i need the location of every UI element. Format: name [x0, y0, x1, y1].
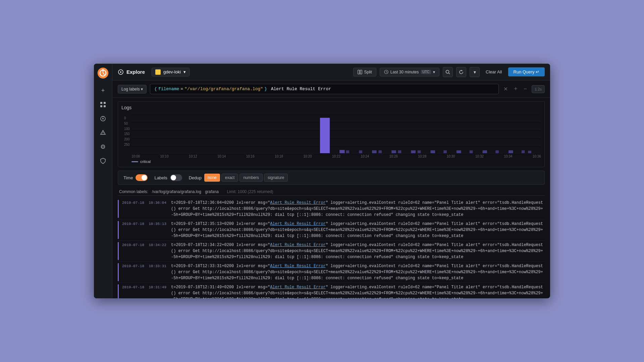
- sidebar: + ⚙: [94, 64, 112, 298]
- time-range-picker[interactable]: Last 30 minutes UTC ▾: [380, 68, 439, 76]
- log-row: 2019-07-18 10:35:13 t=2019-07-18T12:35:1…: [118, 220, 545, 241]
- settings-icon[interactable]: ⚙: [97, 141, 109, 153]
- svg-rect-8: [104, 105, 106, 107]
- svg-rect-41: [443, 150, 447, 153]
- dedup-control-group: Dedup none exact numbers signature: [189, 174, 288, 182]
- log-timestamp: 2019-07-18 10:31:49: [122, 284, 166, 298]
- log-row: 2019-07-18 10:31:49 t=2019-07-18T12:31:4…: [118, 283, 545, 298]
- svg-rect-32: [346, 150, 350, 153]
- more-button[interactable]: ▾: [470, 67, 480, 77]
- panel-content[interactable]: Logs 250 200 150 100 50 0: [112, 98, 550, 298]
- time-toggle-knob: [142, 175, 147, 180]
- time-control-group: Time: [123, 174, 148, 181]
- svg-rect-44: [483, 150, 487, 153]
- loki-icon: [155, 69, 161, 75]
- log-link[interactable]: Alert Rule Result Error: [270, 285, 326, 290]
- refresh-button[interactable]: [456, 67, 466, 77]
- log-link[interactable]: Alert Rule Result Error: [270, 243, 326, 247]
- grafana-logo[interactable]: [97, 67, 109, 79]
- chart-area: Logs 250 200 150 100 50 0: [118, 101, 545, 167]
- log-message: t=2019-07-18T12:36:04+0200 lvl=eror msg=…: [171, 200, 545, 218]
- clear-all-button[interactable]: Clear All: [483, 68, 504, 76]
- time-chevron: ▾: [433, 70, 435, 74]
- svg-rect-38: [411, 150, 416, 153]
- explore-icon[interactable]: [97, 113, 109, 125]
- svg-rect-30: [320, 118, 330, 153]
- common-labels-app: grafana: [205, 189, 219, 194]
- shield-icon[interactable]: [97, 155, 109, 167]
- labels-toggle-knob: [171, 175, 176, 180]
- svg-rect-39: [418, 150, 421, 153]
- dedup-label: Dedup: [189, 175, 202, 180]
- query-braces-close: }: [264, 86, 267, 92]
- log-row: 2019-07-18 10:36:04 t=2019-07-18T12:36:0…: [118, 198, 545, 220]
- query-add-button[interactable]: +: [513, 85, 519, 93]
- log-link[interactable]: Alert Rule Result Error: [270, 264, 326, 268]
- split-icon: [358, 70, 362, 74]
- log-message: t=2019-07-18T12:33:31+0200 lvl=eror msg=…: [171, 263, 545, 281]
- topbar: Explore gdev-loki ▾ Split Last 30 minute…: [112, 64, 550, 80]
- labels-control-group: Labels: [154, 174, 182, 181]
- query-remove-button[interactable]: −: [522, 85, 529, 93]
- svg-rect-42: [457, 150, 461, 153]
- app-window: + ⚙ Explore gdev-loki: [94, 64, 550, 298]
- search-button[interactable]: [443, 67, 453, 77]
- alert-icon[interactable]: [97, 127, 109, 139]
- datasource-selector[interactable]: gdev-loki ▾: [152, 68, 190, 76]
- log-link[interactable]: Alert Rule Result Error: [270, 200, 326, 205]
- add-icon[interactable]: +: [97, 84, 109, 97]
- log-link[interactable]: Alert Rule Result Error: [270, 222, 326, 226]
- svg-point-13: [103, 133, 103, 134]
- legend-color: [131, 161, 138, 162]
- query-value: "/var/log/grafana/grafana.log": [184, 86, 263, 92]
- svg-point-15: [120, 71, 121, 73]
- common-labels-limit: Limit: 1000 (225 returned): [227, 189, 273, 194]
- query-counter: 1.2s: [532, 85, 545, 93]
- log-timestamp: 2019-07-18 10:33:31: [122, 263, 166, 281]
- log-message: t=2019-07-18T12:34:22+0200 lvl=eror msg=…: [171, 242, 545, 260]
- dedup-signature-button[interactable]: signature: [264, 174, 288, 182]
- log-timestamp: 2019-07-18 10:36:04: [122, 200, 166, 218]
- chart-y-labels: 250 200 150 100 50 0: [124, 116, 130, 146]
- svg-rect-31: [339, 150, 345, 153]
- search-icon: [445, 70, 450, 74]
- query-input[interactable]: {filename="/var/log/grafana/grafana.log"…: [150, 84, 499, 94]
- chart-svg: [131, 113, 541, 153]
- svg-line-22: [449, 73, 450, 74]
- time-toggle[interactable]: [136, 174, 148, 181]
- svg-rect-46: [508, 150, 513, 153]
- svg-rect-37: [398, 150, 401, 153]
- split-button[interactable]: Split: [353, 68, 376, 76]
- dedup-exact-button[interactable]: exact: [221, 174, 238, 182]
- chart-x-labels: 10:08 10:10 10:12 10:14 10:16 10:18 10:2…: [131, 155, 541, 158]
- controls-row: Time Labels Dedup none exact: [118, 171, 545, 185]
- legend-label: critical: [140, 160, 151, 164]
- panel-title: Logs: [121, 105, 541, 110]
- query-braces-open: {: [154, 86, 157, 92]
- log-border-indicator: [118, 242, 119, 260]
- dedup-none-button[interactable]: none: [204, 174, 220, 182]
- common-labels-prefix: Common labels:: [119, 189, 148, 194]
- log-timestamp: 2019-07-18 10:34:22: [122, 242, 166, 260]
- labels-toggle[interactable]: [170, 174, 182, 181]
- common-labels-row: Common labels: /var/log/grafana/grafana.…: [118, 188, 545, 196]
- svg-rect-36: [391, 150, 396, 153]
- svg-line-20: [386, 72, 387, 73]
- query-equals: =: [180, 86, 183, 92]
- svg-point-21: [446, 70, 449, 73]
- svg-rect-16: [358, 70, 360, 74]
- dashboard-icon[interactable]: [97, 99, 109, 111]
- svg-rect-7: [100, 105, 102, 107]
- dedup-numbers-button[interactable]: numbers: [239, 174, 263, 182]
- log-border-indicator: [118, 200, 119, 218]
- run-query-button[interactable]: Run Query ↵: [508, 67, 545, 76]
- split-label: Split: [364, 70, 372, 74]
- svg-rect-34: [372, 150, 377, 153]
- log-labels-button[interactable]: Log labels ▾: [118, 85, 147, 94]
- svg-rect-33: [359, 150, 362, 153]
- svg-rect-45: [495, 150, 499, 153]
- query-close-button[interactable]: ✕: [502, 86, 509, 92]
- labels-control-label: Labels: [154, 175, 167, 180]
- explore-nav-icon: [118, 69, 124, 75]
- svg-rect-43: [470, 150, 473, 153]
